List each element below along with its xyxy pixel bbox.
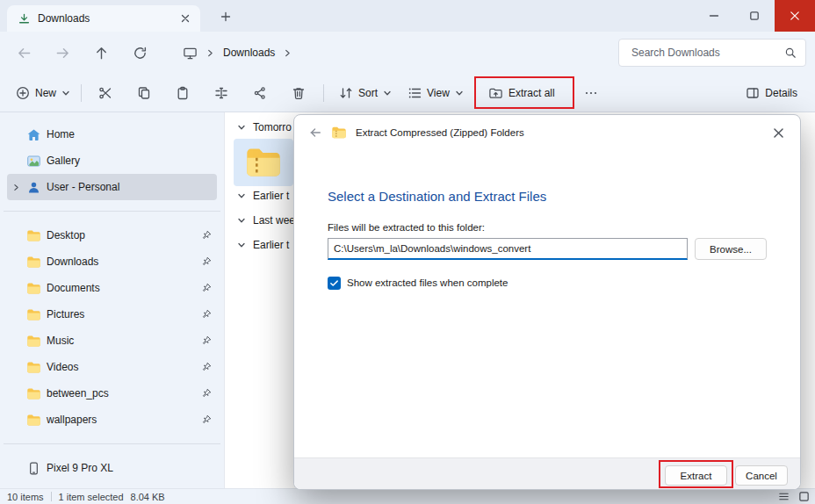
cut-button[interactable]: [87, 79, 124, 107]
paste-button[interactable]: [164, 79, 201, 107]
sidebar-item-label: Pixel 9 Pro XL: [47, 462, 113, 474]
folder-icon: [26, 386, 41, 401]
sidebar-item-label: Documents: [47, 282, 100, 294]
extract-dialog: Extract Compressed (Zipped) Folders Sele…: [293, 114, 801, 490]
extract-all-button[interactable]: Extract all: [481, 79, 562, 107]
large-icons-view-icon[interactable]: [798, 491, 810, 502]
sidebar-item-label: User - Personal: [47, 181, 119, 193]
tab-close-icon[interactable]: [176, 9, 195, 28]
details-button[interactable]: Details: [739, 79, 804, 107]
show-files-checkbox-label[interactable]: Show extracted files when complete: [347, 277, 508, 288]
new-icon: [16, 86, 30, 100]
sidebar-item-gallery[interactable]: Gallery: [7, 148, 217, 174]
sidebar-item-label: Gallery: [47, 155, 80, 167]
delete-button[interactable]: [280, 79, 317, 107]
browse-button[interactable]: Browse...: [695, 238, 767, 260]
folder-icon: [26, 281, 41, 296]
more-button[interactable]: [573, 79, 609, 107]
chevron-down-icon: [383, 89, 392, 97]
sidebar-item-home[interactable]: Home: [7, 121, 217, 148]
extract-button[interactable]: Extract: [665, 465, 727, 486]
sidebar-item-between-pcs[interactable]: between_pcs: [7, 380, 217, 407]
sort-button-label: Sort: [358, 87, 378, 99]
chevron-down-icon: [61, 89, 70, 97]
cancel-button[interactable]: Cancel: [735, 465, 788, 486]
new-tab-button[interactable]: [216, 7, 235, 26]
group-header-tomorrow[interactable]: Tomorro: [237, 121, 292, 133]
folder-icon: [26, 334, 41, 349]
sidebar-item-desktop[interactable]: Desktop: [7, 222, 217, 248]
selection-size: 8.04 KB: [131, 492, 165, 502]
new-button[interactable]: New: [9, 79, 77, 107]
sidebar-item-label: between_pcs: [47, 387, 109, 400]
sidebar-item-user-personal[interactable]: User - Personal: [7, 174, 217, 200]
extract-all-button-label: Extract all: [508, 87, 555, 99]
dialog-close-icon[interactable]: [765, 119, 791, 146]
search-box[interactable]: [618, 39, 806, 67]
sidebar-item-label: Home: [47, 128, 75, 140]
destination-path-input[interactable]: [328, 238, 688, 260]
home-icon: [26, 127, 41, 142]
forward-button[interactable]: [47, 38, 77, 68]
person-icon: [26, 180, 41, 195]
group-header-earlier-2[interactable]: Earlier t: [237, 239, 289, 251]
dialog-title: Extract Compressed (Zipped) Folders: [356, 127, 524, 138]
breadcrumb: Downloads: [183, 46, 292, 61]
tab-downloads[interactable]: Downloads: [7, 5, 200, 32]
rename-button[interactable]: [203, 79, 240, 107]
breadcrumb-item-downloads[interactable]: Downloads: [223, 47, 275, 59]
up-button[interactable]: [86, 38, 116, 68]
search-icon: [784, 47, 797, 59]
sidebar-item-pictures[interactable]: Pictures: [7, 301, 217, 328]
sidebar-item-label: Downloads: [47, 256, 98, 268]
maximize-button[interactable]: [734, 0, 775, 32]
close-button[interactable]: [775, 0, 815, 32]
phone-icon: [26, 461, 41, 476]
group-header-earlier-1[interactable]: Earlier t: [237, 190, 289, 202]
search-input[interactable]: [631, 47, 784, 59]
sidebar-item-label: Desktop: [47, 229, 85, 241]
new-button-label: New: [35, 87, 56, 99]
group-label: Earlier t: [253, 190, 289, 202]
copy-button[interactable]: [126, 79, 162, 107]
sidebar-item-downloads[interactable]: Downloads: [7, 248, 217, 275]
divider: [4, 443, 220, 444]
sidebar-item-videos[interactable]: Videos: [7, 354, 217, 380]
back-button[interactable]: [9, 38, 39, 68]
titlebar: Downloads: [0, 0, 815, 32]
status-bar: 10 items 1 item selected 8.04 KB: [0, 488, 815, 504]
minimize-button[interactable]: [694, 0, 734, 32]
sidebar-item-music[interactable]: Music: [7, 328, 217, 354]
details-pane-icon: [746, 86, 760, 100]
this-pc-icon[interactable]: [183, 46, 198, 61]
group-header-last-week[interactable]: Last wee: [237, 214, 295, 227]
dialog-heading: Select a Destination and Extract Files: [328, 189, 546, 204]
dialog-back-icon[interactable]: [308, 126, 322, 140]
pin-icon: [201, 256, 212, 267]
chevron-right-icon[interactable]: [11, 184, 21, 191]
chevron-right-icon[interactable]: [284, 49, 292, 57]
ellipsis-icon: [584, 86, 598, 100]
sidebar-item-pixel-9-pro-xl[interactable]: Pixel 9 Pro XL: [7, 455, 217, 481]
zip-file-tile[interactable]: [234, 139, 293, 186]
chevron-down-icon: [237, 191, 246, 200]
details-view-icon[interactable]: [778, 491, 790, 502]
sidebar-item-wallpapers[interactable]: wallpapers: [7, 407, 217, 433]
view-button[interactable]: View: [400, 79, 471, 107]
zip-folder-icon: [331, 125, 347, 140]
chevron-down-icon: [455, 89, 464, 97]
chevron-right-icon: [206, 49, 214, 57]
pin-icon: [201, 414, 212, 425]
toolbar: New Sort View Extract all Details: [0, 74, 815, 112]
sort-button[interactable]: Sort: [332, 79, 399, 107]
folder-icon: [26, 360, 41, 375]
share-button[interactable]: [242, 79, 278, 107]
dialog-titlebar: Extract Compressed (Zipped) Folders: [294, 115, 800, 150]
tab-title: Downloads: [38, 12, 90, 25]
zip-folder-icon: [244, 143, 283, 182]
show-files-checkbox[interactable]: [328, 277, 341, 290]
sidebar-item-documents[interactable]: Documents: [7, 275, 217, 301]
refresh-button[interactable]: [125, 38, 155, 68]
sidebar-item-label: wallpapers: [47, 414, 97, 426]
file-explorer-window: Downloads Downloads New: [0, 0, 815, 504]
